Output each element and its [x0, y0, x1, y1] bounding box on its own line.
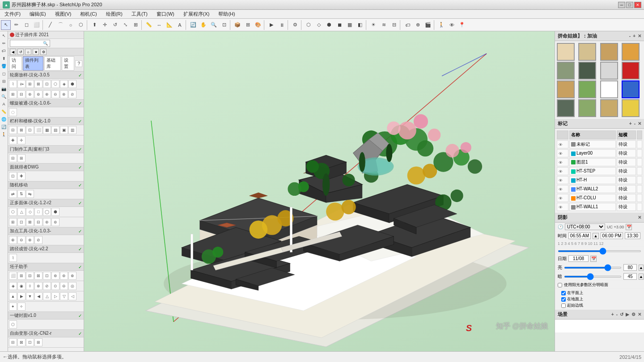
menu-camera[interactable]: 相机(C)	[77, 10, 99, 18]
ht4-1[interactable]: ✦	[9, 303, 17, 311]
hidden-btn[interactable]: ⬢	[324, 20, 334, 30]
ht3-6[interactable]: ▷	[51, 292, 59, 300]
shadow-time-start[interactable]	[568, 232, 591, 239]
poly-t2-2[interactable]: ⊡	[17, 218, 25, 226]
section-door[interactable]: 门制作工具|窗柜门3 ✓	[8, 146, 84, 153]
railing-t4[interactable]: ⬜	[34, 126, 42, 134]
ht3-8[interactable]: ◁	[68, 292, 76, 300]
ts-tag[interactable]: 🏷	[0, 47, 8, 55]
poly-t2-5[interactable]: ⊛	[43, 218, 51, 226]
section-addpoint[interactable]: 加点工具-汉化-1.0.3- ✓	[8, 227, 84, 235]
scene-update[interactable]: ↺	[620, 312, 623, 317]
ht3-2[interactable]: ▶	[17, 292, 25, 300]
marker-vis-5[interactable]: 👁	[557, 185, 568, 193]
shadow-date-btn[interactable]: 📅	[590, 256, 597, 262]
ht2-6[interactable]: ⊙	[51, 282, 59, 290]
poly-t2[interactable]: △	[17, 208, 25, 216]
door-t1[interactable]: ⊟	[9, 154, 17, 162]
style-tile-14[interactable]	[600, 99, 618, 117]
section-helper[interactable]: 坯子助手 ✓	[8, 263, 84, 271]
menu-help[interactable]: 帮助(H)	[216, 10, 237, 18]
obj-btn[interactable]: ⊕	[413, 20, 423, 30]
settings-btn[interactable]: ⚙	[290, 20, 300, 30]
marker-row-6[interactable]: 👁 HT-COLU 待设	[557, 194, 642, 202]
shadow-time-up[interactable]: ▲	[593, 233, 599, 239]
style-tile-7[interactable]	[622, 62, 640, 80]
texture-btn[interactable]: ▦	[345, 20, 355, 30]
look-btn[interactable]: 👁	[447, 20, 457, 30]
ts-bucket[interactable]: 🪣	[0, 63, 8, 70]
menu-window[interactable]: 窗口(W)	[154, 10, 177, 18]
outline-t2-5[interactable]: ⊕	[43, 90, 51, 98]
tf-t3[interactable]: ⊡	[26, 338, 34, 346]
shadow-dark-up[interactable]: ▲	[639, 274, 644, 280]
ht2-2[interactable]: ◉	[17, 282, 25, 290]
ts-section[interactable]: ⊟	[0, 78, 8, 85]
play-btn[interactable]: ▶	[267, 20, 276, 30]
style-tile-13[interactable]	[578, 99, 596, 117]
section-outline[interactable]: 轮廓放样-汉化-3.0.5 ✓	[8, 72, 84, 79]
line-tool[interactable]: ╱	[45, 20, 55, 30]
poly-t5[interactable]: ◯	[43, 208, 51, 216]
offset-tool[interactable]: ⊞	[131, 20, 140, 30]
outline-tool-5[interactable]: ⊡	[43, 80, 51, 88]
poly-t2-1[interactable]: ⊞	[9, 218, 17, 226]
ts-select[interactable]: ↖	[0, 32, 8, 39]
maximize-button[interactable]: □	[626, 2, 633, 8]
push-pull-tool[interactable]: ⬆	[89, 20, 99, 30]
shadow-close[interactable]: ✕	[638, 215, 641, 220]
style-tile-9[interactable]	[578, 80, 596, 98]
shadow-utc-btn[interactable]: 📅	[626, 224, 632, 230]
ht1[interactable]: ⬜	[9, 272, 17, 280]
tf-t2[interactable]: ⊠	[17, 338, 25, 346]
tab-help[interactable]: ?	[75, 60, 82, 67]
section-polyhedron[interactable]: 正多面体-汉化-1.2-r2 ✓	[8, 199, 84, 207]
section-spiral[interactable]: 螺旋被通-汉化-1.0.6- ✓	[8, 100, 84, 107]
style-tile-15[interactable]	[622, 99, 640, 117]
shadow-time-current[interactable]	[625, 232, 640, 239]
style-plus[interactable]: +	[633, 34, 636, 38]
shadow-btn[interactable]: ☀	[369, 20, 378, 30]
shadow-dark-value[interactable]	[623, 273, 637, 280]
shadow-utc-select[interactable]: UTC+08:00	[565, 223, 605, 230]
markers-section-header[interactable]: 标记 + - ✕	[555, 119, 644, 129]
ts-orbit[interactable]: 🔄	[0, 123, 8, 130]
move-tool[interactable]: ✛	[100, 20, 110, 30]
ts-measure[interactable]: 📏	[0, 108, 8, 115]
pos-btn[interactable]: 📍	[457, 20, 467, 30]
tab-base[interactable]: 基础库	[44, 56, 61, 71]
railing-t2[interactable]: ⊠	[17, 126, 25, 134]
menu-edit[interactable]: 编辑(E)	[27, 10, 49, 18]
shadow-section-header[interactable]: 阴影 ✕	[555, 213, 644, 223]
railing-t3[interactable]: ⊡	[26, 126, 34, 134]
close-button[interactable]: ✕	[634, 2, 641, 8]
seal-t1[interactable]: ⬡	[9, 320, 17, 328]
polygon-tool[interactable]: ⬡	[76, 20, 86, 30]
markers-minus[interactable]: -	[634, 121, 636, 126]
shaded-btn[interactable]: ◼	[335, 20, 344, 30]
scene-btn[interactable]: 🎬	[423, 20, 433, 30]
tf-t1[interactable]: ⊟	[9, 338, 17, 346]
minimize-button[interactable]: ─	[618, 2, 625, 8]
ts-walk[interactable]: 🚶	[0, 131, 8, 138]
menu-tools[interactable]: 工具(T)	[129, 10, 150, 18]
style-tile-6[interactable]	[600, 62, 618, 80]
ht2-4[interactable]: ⊗	[34, 282, 42, 290]
shadow-edge-check[interactable]	[561, 303, 566, 308]
shadow-ground-check[interactable]	[561, 297, 566, 302]
ts-zoom[interactable]: 🔍	[0, 93, 8, 100]
ht2-1[interactable]: ◈	[9, 282, 17, 290]
face-t2[interactable]: ✚	[17, 172, 25, 180]
scene-add[interactable]: +	[611, 312, 614, 317]
style-tile-4[interactable]	[557, 62, 575, 80]
outline-tool-2[interactable]: ⌲	[17, 80, 25, 88]
zoom-tool[interactable]: 🔍	[209, 20, 219, 30]
style-tile-3[interactable]	[622, 43, 640, 61]
scene-anim[interactable]: ▶	[626, 312, 629, 317]
poly-t1[interactable]: ⬡	[9, 208, 17, 216]
plugin-nav-star[interactable]: ★	[33, 49, 39, 55]
arc-tool[interactable]: ⌒	[55, 20, 65, 30]
style-section-header[interactable]: 拼命姑娘】：加油 - + ✕	[555, 31, 644, 41]
poly-t2-6[interactable]: ⊚	[51, 218, 59, 226]
scene-minus[interactable]: -	[616, 312, 618, 317]
